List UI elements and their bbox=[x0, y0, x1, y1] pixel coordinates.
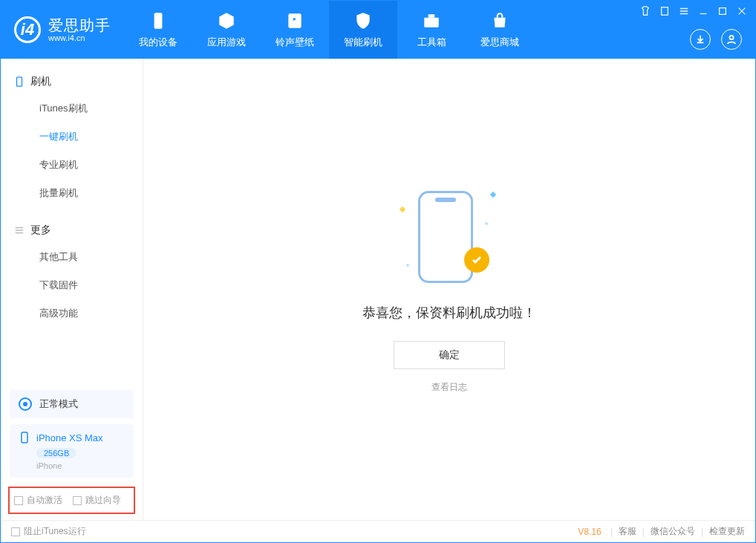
spark-icon bbox=[490, 192, 496, 198]
device-name: iPhone XS Max bbox=[36, 432, 103, 443]
footer-link-update[interactable]: 检查更新 bbox=[709, 525, 745, 538]
close-icon[interactable] bbox=[736, 5, 748, 17]
highlighted-checkbox-row: 自动激活 跳过向导 bbox=[8, 487, 135, 514]
footer-link-support[interactable]: 客服 bbox=[619, 525, 636, 538]
sidebar-group-title: 更多 bbox=[30, 224, 51, 237]
checkbox-icon bbox=[11, 527, 20, 536]
device-box[interactable]: iPhone XS Max 256GB iPhone bbox=[10, 424, 134, 478]
check-badge-icon bbox=[464, 247, 489, 273]
window-controls bbox=[639, 5, 748, 17]
mode-label: 正常模式 bbox=[39, 397, 78, 411]
shield-icon bbox=[353, 10, 374, 31]
mode-box[interactable]: 正常模式 bbox=[10, 390, 134, 418]
logo-icon: i4 bbox=[14, 16, 41, 43]
toolbox-icon bbox=[421, 10, 442, 31]
list-small-icon bbox=[14, 225, 25, 235]
svg-rect-4 bbox=[662, 7, 668, 16]
spark-icon bbox=[400, 207, 405, 212]
device-icon bbox=[148, 10, 169, 31]
checkbox-block-itunes[interactable]: 阻止iTunes运行 bbox=[11, 525, 86, 538]
svg-rect-7 bbox=[17, 77, 22, 86]
svg-rect-3 bbox=[428, 14, 435, 17]
success-illustration bbox=[405, 185, 494, 289]
footer: 阻止iTunes运行 V8.16 | 客服 | 微信公众号 | 检查更新 bbox=[1, 520, 755, 542]
tab-apps-games[interactable]: 应用游戏 bbox=[192, 1, 261, 59]
note-icon[interactable] bbox=[659, 5, 671, 17]
shirt-icon[interactable] bbox=[639, 5, 651, 17]
sidebar-item-advanced[interactable]: 高级功能 bbox=[1, 299, 143, 328]
app-header: i4 爱思助手 www.i4.cn 我的设备 应用游戏 铃声壁纸 智能刷机 工具… bbox=[1, 1, 755, 59]
tab-toolbox[interactable]: 工具箱 bbox=[397, 1, 466, 59]
version-label: V8.16 bbox=[578, 527, 601, 537]
tab-label: 我的设备 bbox=[139, 36, 177, 49]
logo: i4 爱思助手 www.i4.cn bbox=[1, 1, 124, 59]
device-capacity: 256GB bbox=[36, 448, 76, 458]
success-message: 恭喜您，保资料刷机成功啦！ bbox=[362, 304, 536, 322]
tab-ringtone-wallpaper[interactable]: 铃声壁纸 bbox=[261, 1, 329, 59]
sidebar-group-more: 更多 bbox=[1, 218, 143, 243]
ok-button[interactable]: 确定 bbox=[394, 341, 505, 369]
sidebar-group-flash: 刷机 bbox=[1, 69, 143, 94]
checkbox-icon bbox=[14, 496, 23, 505]
tab-smart-flash[interactable]: 智能刷机 bbox=[329, 1, 397, 59]
svg-rect-8 bbox=[22, 432, 27, 443]
device-type: iPhone bbox=[36, 461, 125, 470]
sidebar-item-batch-flash[interactable]: 批量刷机 bbox=[1, 179, 143, 207]
nav-tabs: 我的设备 应用游戏 铃声壁纸 智能刷机 工具箱 爱思商城 bbox=[124, 1, 534, 59]
tab-label: 铃声壁纸 bbox=[276, 36, 314, 49]
minimize-icon[interactable] bbox=[697, 5, 709, 17]
dot-icon bbox=[406, 264, 409, 267]
tab-store[interactable]: 爱思商城 bbox=[466, 1, 534, 59]
phone-icon bbox=[19, 432, 30, 443]
footer-link-wechat[interactable]: 微信公众号 bbox=[651, 525, 695, 538]
sidebar-item-itunes-flash[interactable]: iTunes刷机 bbox=[1, 94, 143, 123]
checkbox-auto-activate[interactable]: 自动激活 bbox=[14, 494, 62, 507]
sidebar-item-other-tools[interactable]: 其他工具 bbox=[1, 243, 143, 271]
tab-label: 爱思商城 bbox=[480, 36, 519, 49]
music-icon bbox=[284, 10, 305, 31]
svg-rect-5 bbox=[720, 8, 726, 15]
svg-rect-1 bbox=[288, 13, 301, 28]
mode-icon bbox=[19, 397, 32, 411]
svg-rect-2 bbox=[424, 18, 439, 27]
tab-my-device[interactable]: 我的设备 bbox=[124, 1, 192, 59]
cube-icon bbox=[216, 10, 237, 31]
app-subtitle: www.i4.cn bbox=[48, 33, 111, 42]
tab-label: 应用游戏 bbox=[207, 36, 246, 49]
menu-icon[interactable] bbox=[678, 5, 690, 17]
sidebar-item-download-firmware[interactable]: 下载固件 bbox=[1, 271, 143, 299]
sidebar-group-title: 刷机 bbox=[30, 75, 51, 88]
tab-label: 工具箱 bbox=[417, 36, 446, 49]
download-icon[interactable] bbox=[690, 29, 711, 50]
sidebar-item-oneclick-flash[interactable]: 一键刷机 bbox=[1, 123, 143, 151]
bag-icon bbox=[489, 10, 510, 31]
checkbox-skip-guide[interactable]: 跳过向导 bbox=[73, 494, 121, 507]
header-right-icons bbox=[690, 29, 742, 50]
phone-small-icon bbox=[14, 77, 25, 87]
user-icon[interactable] bbox=[721, 29, 742, 50]
svg-point-6 bbox=[729, 36, 733, 39]
app-title: 爱思助手 bbox=[48, 17, 111, 33]
maximize-icon[interactable] bbox=[717, 5, 729, 17]
phone-outline-icon bbox=[418, 191, 473, 283]
view-log-link[interactable]: 查看日志 bbox=[431, 381, 467, 394]
sidebar: 刷机 iTunes刷机 一键刷机 专业刷机 批量刷机 更多 其他工具 下载固件 … bbox=[1, 59, 143, 520]
checkbox-icon bbox=[73, 496, 82, 505]
sidebar-item-pro-flash[interactable]: 专业刷机 bbox=[1, 151, 143, 179]
dot-icon bbox=[485, 222, 488, 225]
tab-label: 智能刷机 bbox=[344, 36, 382, 49]
main-content: 恭喜您，保资料刷机成功啦！ 确定 查看日志 bbox=[143, 59, 755, 520]
svg-rect-0 bbox=[154, 13, 163, 29]
